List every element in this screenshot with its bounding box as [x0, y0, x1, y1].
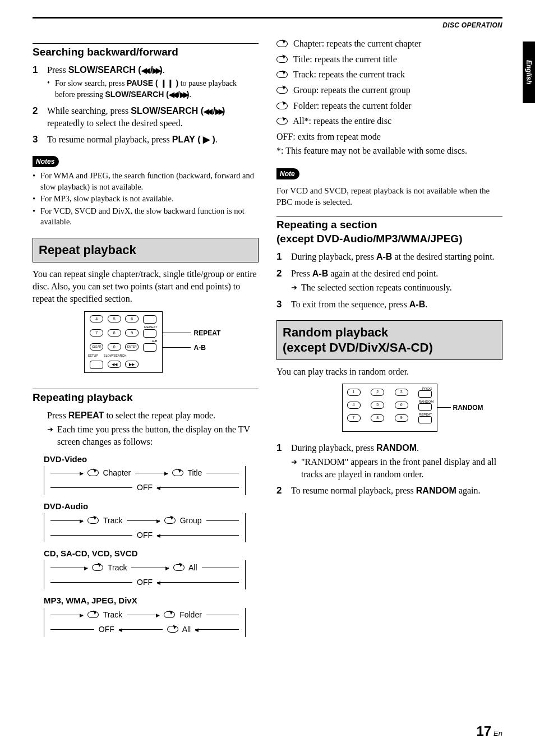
cycle-mp3-title: MP3, WMA, JPEG, DivX: [44, 595, 259, 606]
remote-diagram-repeat: 456 REPEAT 789 A-B CLEAR0ENTER SETUPSLOW…: [62, 311, 230, 379]
category-text: DISC OPERATION: [442, 21, 502, 30]
ab-steps: During playback, press A-B at the desire…: [276, 251, 502, 310]
manual-page: DISC OPERATION English Searching backwar…: [0, 0, 535, 756]
cycle-dvd-video: Chapter Title OFF: [44, 466, 246, 495]
left-column: Searching backward/forward Press SLOW/SE…: [33, 38, 259, 641]
heading-random-playback: Random playback (except DVD/DivX/SA-CD): [276, 320, 502, 360]
section-searching: Searching backward/forward: [33, 45, 259, 59]
right-column: Chapter: repeats the current chapter Tit…: [276, 38, 502, 641]
remote-side-btn: [143, 315, 156, 324]
remote-body: 456 REPEAT 789 A-B CLEAR0ENTER SETUPSLOW…: [84, 311, 163, 373]
cycle-mp3: Track Folder OFF All: [44, 608, 246, 637]
off-line: OFF: exits from repeat mode: [276, 131, 502, 143]
note-item: For VCD, SVCD and DivX, the slow backwar…: [33, 206, 259, 228]
callout-random: RANDOM: [453, 403, 483, 412]
note-item: For MP3, slow playback is not available.: [33, 193, 259, 205]
forward-icon: ▶▶: [153, 66, 159, 75]
repeat-icon: [276, 40, 288, 47]
remote2-body: 123PROG 456RANDOM 789REPEAT: [342, 384, 437, 432]
note-item: For WMA and JPEG, the search function (b…: [33, 170, 259, 192]
section-repeating-section: Repeating a section (except DVD-Audio/MP…: [276, 218, 502, 246]
ab-step-2: Press A-B again at the desired end point…: [276, 268, 502, 294]
note-label-right: Note: [276, 168, 299, 179]
search-step-2: While searching, press SLOW/SEARCH (◀◀ /…: [33, 105, 259, 129]
cycle-cd-title: CD, SA-CD, VCD, SVCD: [44, 548, 259, 559]
remote-random-btn: [418, 403, 432, 411]
repeat-intro: You can repeat single chapter/track, sin…: [33, 268, 259, 305]
page-number: 17 En: [477, 722, 503, 740]
random-intro: You can play tracks in random order.: [276, 366, 502, 378]
cycle-dvd-audio-title: DVD-Audio: [44, 501, 259, 512]
language-tab-text: English: [524, 60, 533, 84]
search-steps: Press SLOW/SEARCH (◀◀ /▶▶). For slow sea…: [33, 64, 259, 146]
language-tab: English: [523, 42, 535, 103]
repeating-arrow-note: Each time you press the button, the disp…: [47, 423, 259, 448]
search-step-3: To resume normal playback, press PLAY ( …: [33, 133, 259, 146]
callout-repeat: REPEAT: [194, 329, 221, 338]
repeat-mode-item: Chapter: repeats the current chapter: [276, 38, 502, 50]
notes-label: Notes: [33, 156, 59, 167]
remote-btn-4: 4: [90, 315, 103, 322]
repeating-instruction: Press REPEAT to select the repeat play m…: [47, 409, 259, 422]
rewind-icon: ◀◀: [141, 66, 148, 75]
page-category: DISC OPERATION: [33, 21, 502, 30]
section-repeating-playback: Repeating playback: [33, 390, 259, 405]
repeat-icon: [87, 469, 99, 476]
asterisk-note: *: This feature may not be available wit…: [276, 145, 502, 157]
cycle-cd: Track All OFF: [44, 560, 246, 589]
remote-ab-btn: [143, 343, 156, 352]
heading-repeat-playback: Repeat playback: [33, 238, 259, 262]
note-text-right: For VCD and SVCD, repeat playback is not…: [276, 185, 502, 208]
cycle-dvd-video-title: DVD-Video: [44, 454, 259, 465]
ab-step-1: During playback, press A-B at the desire…: [276, 251, 502, 263]
remote-repeat-btn: [143, 329, 156, 338]
random-step-1: During playback, press RANDOM. "RANDOM" …: [276, 442, 502, 481]
top-rule: [33, 17, 502, 19]
cycle-dvd-audio: Track Group OFF: [44, 513, 246, 542]
random-step-2: To resume normal playback, press RANDOM …: [276, 485, 502, 497]
ab-step-3: To exit from the sequence, press A-B.: [276, 298, 502, 311]
repeat-modes-list: Chapter: repeats the current chapter Tit…: [276, 38, 502, 127]
random-steps: During playback, press RANDOM. "RANDOM" …: [276, 442, 502, 497]
callout-ab: A-B: [194, 343, 206, 352]
search-step-1-sub: For slow search, press PAUSE ( ❙❙ ) to p…: [47, 78, 259, 100]
remote-diagram-random: 123PROG 456RANDOM 789REPEAT RANDOM: [303, 384, 477, 434]
search-step-1: Press SLOW/SEARCH (◀◀ /▶▶). For slow sea…: [33, 64, 259, 100]
search-notes-list: For WMA and JPEG, the search function (b…: [33, 170, 259, 228]
